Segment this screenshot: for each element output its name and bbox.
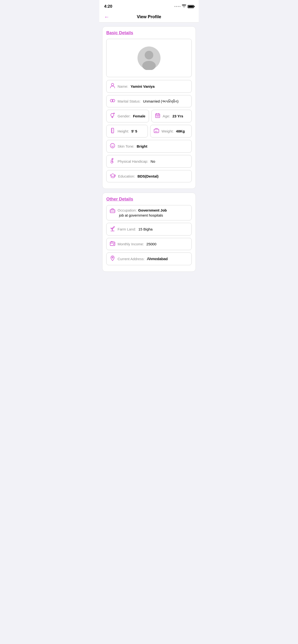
farm-land-label: Farm Land: [117,227,136,231]
svg-point-6 [111,114,114,117]
status-icons [175,4,194,8]
height-value: 5' 5 [131,129,137,133]
education-label: Education: [118,174,135,178]
svg-point-5 [112,100,115,102]
svg-rect-8 [157,116,157,116]
svg-point-22 [112,257,113,258]
monthly-income-field: Monthly Income: 25000 [106,238,192,250]
skin-tone-value: Bright [137,144,147,148]
svg-rect-10 [158,116,159,116]
occupation-line1: Occupation: Government Job [117,208,167,212]
current-address-field: Current Address: Ahmedabad [106,252,192,265]
person-icon [110,83,115,90]
skin-tone-field: Skin Tone: Bright [106,140,192,152]
svg-rect-9 [158,116,158,116]
height-weight-row: Height: 5' 5 KG Weight: 48Kg [106,125,192,138]
avatar-icon [137,46,161,70]
occupation-label: Occupation: [117,208,137,212]
header: ← View Profile [99,12,199,22]
other-details-card: Other Details Occupation: Government Job… [102,192,196,272]
svg-point-21 [113,244,114,245]
svg-rect-20 [110,242,115,246]
status-time: 4:20 [104,4,112,9]
weight-value: 48Kg [176,129,185,133]
monthly-income-value: 25000 [146,242,157,246]
wifi-icon [182,4,186,8]
svg-point-18 [111,161,113,163]
basic-details-card: Basic Details Name: Yamini Vaniya [102,26,196,189]
weight-field: KG Weight: 48Kg [150,125,192,138]
back-button[interactable]: ← [104,14,109,20]
calendar-icon [155,113,160,119]
name-field: Name: Yamini Vaniya [106,80,192,93]
education-field: Education: BDS(Dental) [106,170,192,182]
education-value: BDS(Dental) [137,174,159,178]
age-label: Age: [163,114,170,118]
svg-rect-11 [111,128,114,133]
svg-point-3 [111,84,114,86]
height-field: Height: 5' 5 [106,125,148,138]
signal-icon [175,6,181,7]
status-bar: 4:20 [99,0,199,12]
farm-land-field: Farm Land: 15 Bigha [106,223,192,236]
current-address-label: Current Address: [117,257,145,261]
gender-label: Gender: [117,114,130,118]
plant-icon [110,226,115,232]
location-icon [110,256,115,262]
gender-age-row: Gender: Female Age: 23 Yrs [106,110,192,122]
marital-status-value: Unmarried (અપરિણીત) [143,99,179,104]
handicap-label: Physical Handicap: [117,159,148,164]
svg-point-1 [145,51,153,60]
monthly-income-label: Monthly Income: [117,242,144,246]
svg-point-17 [112,158,113,160]
svg-point-16 [113,145,113,146]
avatar-box [106,39,192,77]
marital-status-field: Marital Status: Unmarried (અપરિણીત) [106,95,192,107]
name-label: Name: [117,84,128,88]
occupation-field: Occupation: Government Job job at govern… [106,205,192,220]
smiley-icon [110,143,115,150]
current-address-value: Ahmedabad [147,257,168,261]
content: Basic Details Name: Yamini Vaniya [99,22,199,276]
age-value: 23 Yrs [173,114,183,118]
svg-text:KG: KG [155,130,158,132]
handicap-value: No [151,159,155,164]
weight-icon: KG [154,128,159,134]
handicap-icon [110,158,115,164]
weight-label: Weight: [162,129,174,133]
basic-details-title: Basic Details [106,30,192,36]
handicap-field: Physical Handicap: No [106,155,192,168]
height-label: Height: [117,129,129,133]
graduation-icon [110,173,116,179]
gender-icon [110,113,115,119]
age-field: Age: 23 Yrs [152,110,192,122]
name-value: Yamini Vaniya [130,84,155,88]
svg-point-14 [110,144,115,148]
gender-field: Gender: Female [106,110,149,122]
occupation-sub-value: job at government hospitals [117,213,167,217]
other-details-title: Other Details [106,197,192,202]
wallet-icon [110,241,115,247]
occupation-value: Government Job [138,208,167,212]
height-icon [110,128,115,134]
occupation-content: Occupation: Government Job job at govern… [117,208,167,217]
farm-land-value: 15 Bigha [138,227,153,231]
briefcase-icon [110,208,115,214]
skin-tone-label: Skin Tone: [117,144,134,148]
rings-icon [110,98,115,104]
svg-point-15 [112,145,112,146]
page-title: View Profile [137,14,161,20]
marital-status-label: Marital Status: [117,99,140,103]
gender-value: Female [133,114,145,118]
battery-icon [188,5,194,8]
